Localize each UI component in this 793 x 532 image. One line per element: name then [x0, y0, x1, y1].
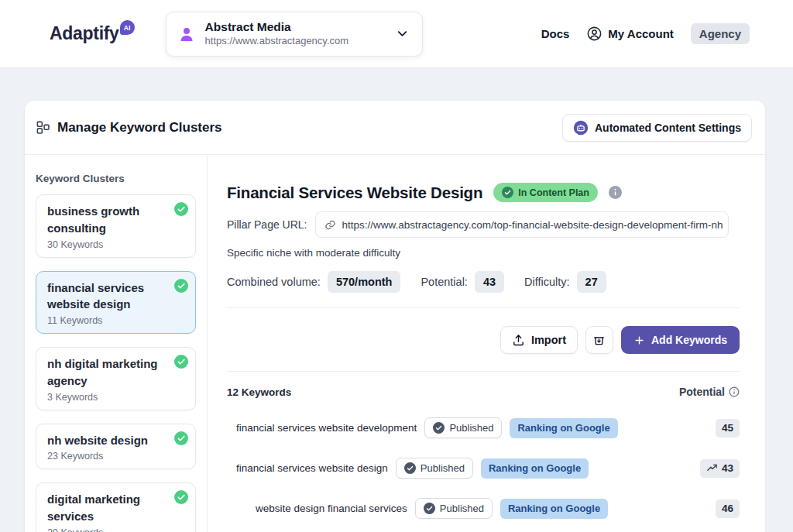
- my-account-label: My Account: [608, 27, 673, 40]
- cluster-detail-pane: Financial Services Website Design In Con…: [208, 155, 765, 532]
- client-name: Abstract Media: [205, 19, 395, 35]
- manage-clusters-panel: Manage Keyword Clusters Automated Conten…: [25, 101, 765, 532]
- potential-column-header: Potential: [679, 386, 740, 398]
- published-label: Published: [449, 422, 493, 434]
- brand-logo[interactable]: Adaptify AI: [50, 23, 135, 44]
- client-info: Abstract Media https://www.abstractagenc…: [205, 19, 395, 48]
- keyword-row: financial services website design Publis…: [227, 458, 740, 479]
- clusters-grid-icon: [36, 120, 50, 135]
- add-keywords-button[interactable]: Add Keywords: [621, 326, 740, 354]
- sidebar-item-financial-services-website-design[interactable]: financial services website design 11 Key…: [36, 271, 196, 335]
- my-account-menu[interactable]: My Account: [586, 26, 673, 42]
- cluster-name: nh website design: [47, 432, 169, 449]
- sidebar-item-nh-digital-marketing-agency[interactable]: nh digital marketing agency 3 Keywords: [36, 347, 196, 410]
- stat-label: Difficulty:: [524, 276, 570, 288]
- keyword-text: financial services website development: [236, 422, 417, 434]
- pillar-url-label: Pillar Page URL:: [227, 218, 307, 231]
- sidebar-item-digital-marketing-services[interactable]: digital marketing services 20 Keywords: [36, 482, 196, 532]
- cluster-stats-row: Combined volume: 570/month Potential: 43…: [227, 271, 740, 293]
- cluster-count: 23 Keywords: [47, 451, 169, 462]
- settings-button-label: Automated Content Settings: [595, 122, 741, 134]
- check-circle-icon: [502, 187, 513, 198]
- top-header: Adaptify AI Abstract Media https://www.a…: [0, 0, 793, 68]
- published-label: Published: [421, 462, 465, 474]
- panel-header: Manage Keyword Clusters Automated Conten…: [25, 101, 765, 155]
- cluster-name: financial services website design: [47, 280, 169, 314]
- published-badge: Published: [424, 417, 502, 438]
- cluster-name: business growth consulting: [47, 203, 169, 237]
- import-button-label: Import: [531, 334, 566, 346]
- info-icon[interactable]: [609, 186, 622, 199]
- pillar-url-value: https://www.abstractagency.com/top-finan…: [342, 219, 723, 231]
- add-keywords-label: Add Keywords: [651, 334, 727, 346]
- cluster-name: digital marketing services: [47, 491, 169, 525]
- published-label: Published: [440, 503, 484, 514]
- check-circle-icon: [174, 355, 188, 369]
- import-button[interactable]: Import: [500, 326, 578, 354]
- pillar-url-row: Pillar Page URL: https://www.abstractage…: [227, 211, 740, 238]
- client-selector-dropdown[interactable]: Abstract Media https://www.abstractagenc…: [166, 12, 423, 57]
- archive-in-icon: [592, 334, 606, 347]
- page-title: Manage Keyword Clusters: [57, 120, 222, 136]
- published-badge: Published: [396, 458, 473, 479]
- keyword-actions-row: Import Add Keywords: [227, 326, 740, 354]
- stat-combined-volume: Combined volume: 570/month: [227, 271, 400, 293]
- check-circle-icon: [174, 490, 188, 504]
- stat-difficulty: Difficulty: 27: [524, 271, 606, 293]
- upload-icon: [512, 334, 525, 347]
- stat-label: Combined volume:: [227, 276, 321, 288]
- check-circle-icon: [424, 503, 435, 514]
- cluster-count: 11 Keywords: [47, 315, 169, 326]
- automated-content-settings-button[interactable]: Automated Content Settings: [562, 114, 752, 142]
- stat-potential: Potential: 43: [421, 271, 504, 293]
- divider: [227, 307, 740, 308]
- cluster-name: nh digital marketing agency: [47, 355, 169, 390]
- stat-value: 27: [577, 271, 606, 293]
- check-circle-icon: [174, 279, 188, 293]
- cluster-description: Specific niche with moderate difficulty: [227, 247, 740, 259]
- sidebar-item-business-growth-consulting[interactable]: business growth consulting 30 Keywords: [36, 194, 196, 258]
- keyword-text: financial services website design: [236, 462, 388, 474]
- ranking-badge: Ranking on Google: [481, 458, 589, 479]
- docs-link[interactable]: Docs: [541, 27, 570, 40]
- pillar-url-input[interactable]: https://www.abstractagency.com/top-finan…: [315, 211, 729, 238]
- sidebar-item-nh-website-design[interactable]: nh website design 23 Keywords: [36, 424, 196, 470]
- divider: [227, 371, 740, 372]
- check-circle-icon: [433, 422, 445, 434]
- user-circle-icon: [586, 26, 602, 42]
- agency-badge[interactable]: Agency: [691, 23, 750, 44]
- plan-badge-label: In Content Plan: [518, 187, 589, 198]
- cluster-sidebar: Keyword Clusters business growth consult…: [25, 155, 208, 532]
- plus-icon: [633, 335, 645, 346]
- potential-header-label: Potential: [679, 386, 725, 398]
- detail-title-row: Financial Services Website Design In Con…: [227, 183, 740, 202]
- ranking-badge: Ranking on Google: [510, 418, 617, 438]
- stat-value: 570/month: [328, 271, 401, 293]
- link-icon: [324, 219, 336, 231]
- potential-value: 46: [722, 503, 733, 514]
- ai-badge-icon: AI: [120, 20, 135, 35]
- cluster-count: 20 Keywords: [47, 527, 169, 532]
- potential-value-badge: 43: [700, 459, 740, 478]
- keyword-row: financial services website development P…: [227, 417, 740, 438]
- check-circle-icon: [174, 431, 188, 445]
- info-outline-icon[interactable]: [729, 386, 740, 397]
- robot-icon: [573, 120, 589, 136]
- panel-body: Keyword Clusters business growth consult…: [25, 155, 765, 532]
- trending-up-icon: [706, 462, 718, 474]
- cluster-count: 3 Keywords: [47, 392, 169, 403]
- cluster-title: Financial Services Website Design: [227, 184, 482, 202]
- potential-value: 43: [722, 462, 733, 474]
- cluster-count: 30 Keywords: [47, 239, 169, 250]
- keyword-text: website design financial services: [256, 503, 407, 514]
- keywords-table-header: 12 Keywords Potential: [227, 386, 740, 398]
- chevron-down-icon: [395, 26, 410, 41]
- stat-label: Potential:: [421, 276, 467, 288]
- top-nav: Docs My Account Agency: [541, 23, 750, 44]
- keyword-row: website design financial services Publis…: [227, 498, 740, 519]
- stat-value: 43: [475, 271, 504, 293]
- client-avatar-icon: [177, 25, 196, 43]
- archive-button[interactable]: [585, 326, 613, 354]
- keywords-count: 12 Keywords: [227, 386, 291, 398]
- client-url: https://www.abstractagency.com: [205, 35, 395, 48]
